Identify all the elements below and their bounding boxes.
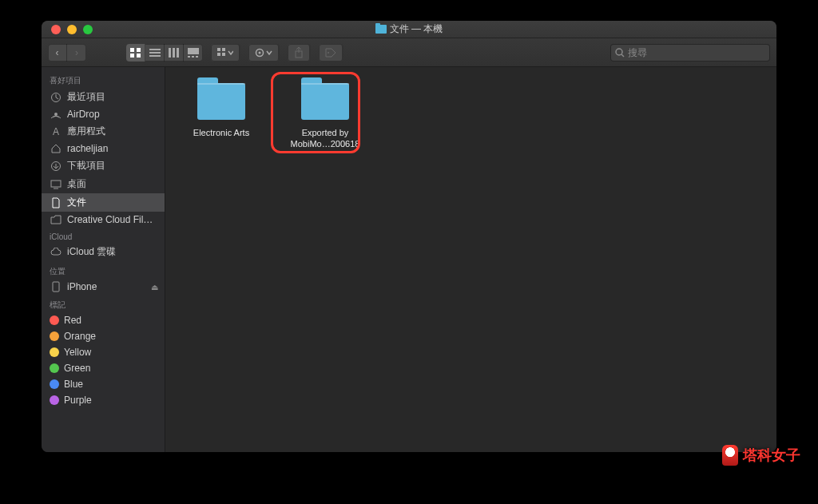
view-list-button[interactable] [145,44,165,62]
svg-rect-9 [177,48,179,58]
sidebar-item-applications[interactable]: A 應用程式 [42,122,165,141]
svg-rect-0 [130,48,134,52]
watermark-icon [722,445,738,466]
sidebar-item-airdrop[interactable]: AirDrop [42,106,165,122]
sidebar-item-label: 應用程式 [67,125,105,138]
svg-rect-2 [130,54,134,58]
chevron-right-icon: › [75,47,78,58]
title-folder-icon [375,25,387,34]
sidebar-tag-red[interactable]: Red [42,312,165,328]
sidebar-item-label: 最近項目 [67,90,105,104]
sidebar-item-label: Red [64,315,81,326]
phone-icon [50,281,62,292]
tag-dot-yellow [50,347,59,357]
sidebar-tag-orange[interactable]: Orange [42,328,165,344]
titlebar: 文件 — 本機 [42,21,776,38]
tag-dot-red [50,315,59,325]
maximize-button[interactable] [83,25,93,34]
folder-icon [197,83,245,120]
svg-rect-1 [137,48,141,52]
home-icon [50,143,62,154]
sidebar: 喜好項目 最近項目 AirDrop A 應用程式 racheljian 下載項目 [42,67,165,452]
svg-point-19 [259,51,261,54]
svg-rect-11 [188,56,190,58]
sidebar-tag-yellow[interactable]: Yellow [42,344,165,360]
sidebar-item-home[interactable]: racheljian [42,141,165,157]
sidebar-item-documents[interactable]: 文件 [42,193,165,212]
svg-rect-10 [188,48,199,54]
share-button[interactable] [288,44,311,62]
airdrop-icon [50,109,62,120]
svg-rect-17 [222,53,225,56]
search-field[interactable] [610,44,770,62]
sidebar-item-icloud-drive[interactable]: iCloud 雲碟 [42,243,165,261]
sidebar-group-icloud: iCloud [42,228,165,243]
grid-icon [130,48,141,58]
back-button[interactable]: ‹ [48,44,67,62]
sidebar-item-label: Yellow [64,347,91,358]
sidebar-item-recents[interactable]: 最近項目 [42,88,165,106]
sidebar-item-label: Orange [64,331,96,342]
sidebar-item-label: Purple [64,395,92,406]
tags-button[interactable] [319,44,343,62]
cloud-icon [50,247,62,258]
sidebar-item-label: AirDrop [67,109,100,120]
svg-rect-13 [196,56,198,58]
sidebar-tag-blue[interactable]: Blue [42,376,165,392]
tag-dot-orange [50,331,59,341]
sidebar-item-label: Green [64,363,90,374]
desktop-icon [50,179,62,190]
sidebar-item-label: iPhone [67,281,97,292]
chevron-left-icon: ‹ [56,47,59,58]
svg-rect-15 [222,48,225,51]
documents-icon [50,197,62,208]
tag-icon [325,48,336,58]
downloads-icon [50,161,62,172]
arrange-menu[interactable] [211,44,240,62]
svg-text:A: A [53,126,59,137]
folder-label: Electronic Arts [181,128,261,139]
gear-icon [255,48,272,58]
sidebar-group-tags: 標記 [42,295,165,312]
content-area[interactable]: Electronic Arts Exported by MobiMo…20061… [165,67,776,452]
recents-icon [50,92,62,103]
sidebar-group-locations: 位置 [42,261,165,279]
svg-rect-32 [51,181,61,187]
sidebar-item-creative-cloud[interactable]: Creative Cloud Fil… [42,212,165,228]
search-input[interactable] [628,47,765,58]
tag-dot-blue [50,379,59,389]
svg-line-24 [621,54,624,57]
arrange-icon [217,48,233,58]
view-column-button[interactable] [165,44,184,62]
svg-point-23 [616,49,622,55]
sidebar-tag-green[interactable]: Green [42,360,165,376]
svg-rect-6 [149,55,161,57]
sidebar-item-label: Blue [64,379,83,390]
watermark-text: 塔科女子 [743,446,800,465]
finder-window: 文件 — 本機 ‹ › [42,21,776,452]
minimize-button[interactable] [67,25,77,34]
sidebar-group-favorites: 喜好項目 [42,70,165,88]
sidebar-item-desktop[interactable]: 桌面 [42,175,165,193]
view-icon-button[interactable] [126,44,145,62]
svg-rect-12 [192,56,194,58]
view-gallery-button[interactable] [184,44,203,62]
window-title: 文件 — 本機 [375,22,443,36]
sidebar-item-iphone[interactable]: iPhone ⏏ [42,279,165,295]
sidebar-item-downloads[interactable]: 下載項目 [42,157,165,175]
search-icon [615,48,625,58]
action-menu[interactable] [248,44,280,62]
svg-point-28 [54,113,58,116]
eject-icon[interactable]: ⏏ [151,283,158,292]
sidebar-tag-purple[interactable]: Purple [42,392,165,408]
close-button[interactable] [51,25,61,34]
gallery-icon [188,48,199,58]
svg-rect-4 [149,49,161,50]
folder-icon [50,214,62,225]
folder-electronic-arts[interactable]: Electronic Arts [181,83,261,150]
folder-icon [301,83,349,120]
folder-exported-by-mobimo[interactable]: Exported by MobiMo…200618 [285,83,365,150]
forward-button[interactable]: › [67,44,86,62]
toolbar: ‹ › [42,38,776,67]
window-title-text: 文件 — 本機 [390,22,443,36]
